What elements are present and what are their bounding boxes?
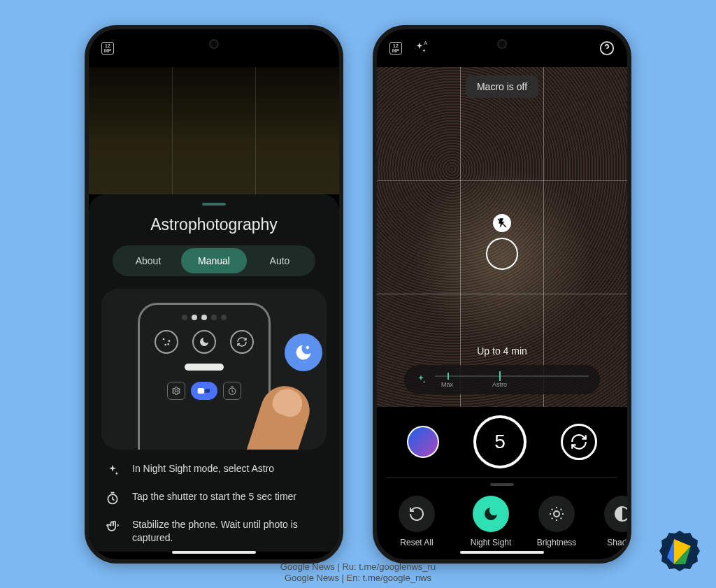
exposure-track[interactable]: Max Astro	[435, 373, 589, 387]
switch-camera-button[interactable]	[561, 424, 597, 460]
exposure-slider[interactable]: Max Astro	[404, 365, 600, 394]
sheet-title: Astrophotography	[101, 215, 327, 234]
contrast-icon	[604, 496, 627, 532]
help-text: Stabilize the phone. Wait until photo is…	[132, 518, 324, 545]
adjust-night-sight[interactable]: Night Sight	[461, 496, 521, 547]
phones-row: 12 MP Astrophotography About Manual Auto	[0, 0, 716, 564]
adjust-brightness[interactable]: Brightness	[527, 496, 587, 547]
mode-segmented-control: About Manual Auto	[113, 245, 315, 276]
shutter-controls: 5	[377, 407, 627, 477]
help-text: In Night Sight mode, select Astro	[132, 462, 274, 475]
demo-mode-row	[140, 330, 268, 354]
viewfinder-preview	[89, 67, 339, 194]
help-row-night-sight: In Night Sight mode, select Astro	[104, 462, 324, 478]
camera-notch-icon	[497, 39, 507, 49]
adjust-label: Shadow	[607, 538, 627, 547]
viewfinder[interactable]: Macro is off Up to 4 min Max Astro	[377, 67, 627, 407]
stars-icon	[155, 330, 178, 354]
demo-tools-row	[140, 382, 268, 400]
stabilize-icon	[104, 518, 121, 533]
adjustments-row[interactable]: Reset All Night Sight Brightness Shadow	[377, 490, 627, 547]
sparkle-icon	[104, 462, 121, 478]
focus-ring-icon[interactable]	[486, 238, 518, 270]
grid-line-icon	[377, 180, 627, 181]
tick-label: Max	[441, 381, 453, 388]
refresh-icon	[230, 330, 254, 354]
home-indicator-icon[interactable]	[172, 551, 256, 554]
adjust-reset-all[interactable]: Reset All	[387, 496, 447, 547]
divider-icon	[387, 477, 617, 478]
grid-line-icon	[377, 294, 627, 294]
help-list: In Night Sight mode, select Astro Tap th…	[101, 462, 327, 545]
macro-off-toast: Macro is off	[466, 76, 538, 98]
help-row-stabilize: Stabilize the phone. Wait until photo is…	[104, 518, 324, 545]
grid-line-icon	[543, 67, 544, 407]
svg-rect-6	[205, 389, 210, 392]
svg-point-2	[165, 344, 166, 345]
demo-shutter-icon	[185, 364, 224, 371]
help-text: Tap the shutter to start the 5 sec timer	[132, 490, 296, 503]
timer-small-icon	[223, 382, 241, 400]
gallery-thumbnail[interactable]	[407, 426, 439, 458]
tab-auto[interactable]: Auto	[247, 248, 313, 273]
svg-point-3	[168, 344, 169, 345]
demo-illustration	[101, 289, 327, 450]
home-indicator-icon[interactable]	[460, 551, 544, 554]
exposure-time-label: Up to 4 min	[477, 345, 527, 357]
adjust-label: Brightness	[537, 538, 577, 547]
adjust-label: Reset All	[400, 538, 433, 547]
drag-handle-icon[interactable]	[202, 203, 226, 206]
shutter-button[interactable]: 5	[473, 415, 527, 468]
svg-rect-5	[198, 388, 204, 394]
watermark-badge-icon	[657, 529, 702, 574]
phone-astrophotography-sheet: 12 MP Astrophotography About Manual Auto	[85, 25, 343, 564]
moon-icon	[473, 496, 509, 532]
reset-icon	[399, 496, 435, 532]
sun-icon	[538, 496, 575, 532]
enhance-icon[interactable]: A	[412, 41, 427, 56]
svg-point-12	[554, 511, 559, 517]
svg-text:A: A	[424, 41, 427, 45]
caption-line: Google News | En: t.me/google_nws	[0, 573, 716, 584]
megapixel-icon[interactable]: 12 MP	[101, 42, 114, 55]
sparkle-icon	[415, 374, 427, 385]
grid-line-icon	[460, 67, 461, 407]
phone-camera-live: 12 MP A Macro is off Up to 4 min	[373, 25, 631, 564]
caption-line: Google News | Ru: t.me/googlenws_ru	[0, 561, 716, 573]
svg-point-1	[169, 340, 169, 341]
tick-label: Astro	[492, 381, 507, 388]
flash-off-icon[interactable]	[493, 214, 511, 232]
svg-point-4	[175, 389, 178, 392]
timer-icon	[104, 490, 121, 505]
demo-phone-outline	[138, 303, 271, 450]
tab-manual[interactable]: Manual	[181, 248, 247, 273]
camera-notch-icon	[209, 39, 219, 49]
help-icon[interactable]	[599, 41, 615, 56]
caption: Google News | Ru: t.me/googlenws_ru Goog…	[0, 561, 716, 585]
gear-icon	[167, 382, 185, 400]
astro-badge-icon	[285, 334, 322, 371]
tick-max-icon	[448, 373, 449, 380]
megapixel-icon[interactable]: 12 MP	[389, 42, 402, 55]
adjust-label: Night Sight	[471, 538, 512, 547]
tick-astro-icon[interactable]	[499, 371, 501, 381]
camera-toggle-icon	[191, 382, 217, 400]
help-row-timer: Tap the shutter to start the 5 sec timer	[104, 490, 324, 505]
svg-point-0	[163, 338, 164, 339]
astro-sheet: Astrophotography About Manual Auto	[89, 194, 339, 552]
drag-handle-icon[interactable]	[490, 483, 514, 486]
tab-about[interactable]: About	[115, 248, 181, 273]
page-dots-icon	[140, 315, 268, 320]
moon-icon	[192, 330, 216, 354]
adjust-shadow[interactable]: Shadow	[592, 496, 627, 547]
